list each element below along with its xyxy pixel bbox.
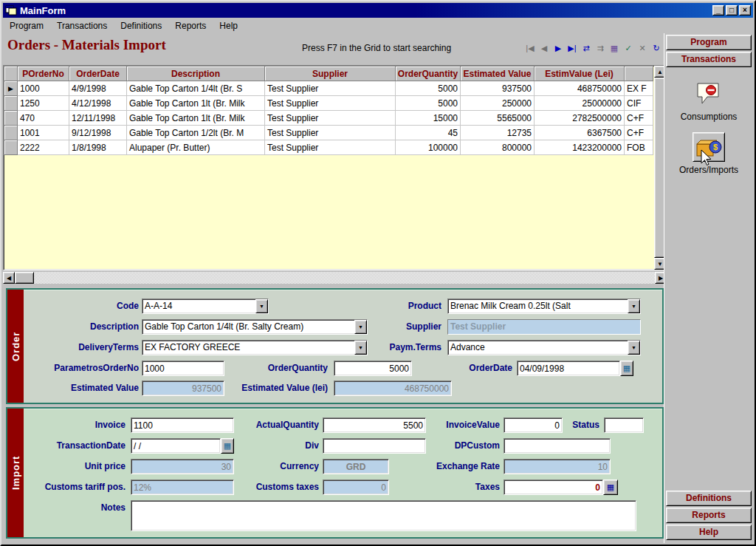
status-field[interactable] bbox=[604, 417, 644, 433]
chevron-down-icon[interactable]: ▼ bbox=[354, 341, 367, 355]
grid-cell[interactable]: EX F bbox=[625, 81, 653, 96]
grid-cell[interactable]: 1250 bbox=[18, 96, 69, 111]
calculator-icon[interactable]: ▦ bbox=[603, 480, 618, 495]
grid-cell[interactable]: Gable Top Carton 1lt (Br. Milk bbox=[127, 96, 265, 111]
minimize-button[interactable]: _ bbox=[712, 5, 724, 16]
actual-quantity-field[interactable] bbox=[323, 417, 426, 433]
scroll-left-icon[interactable]: ◀ bbox=[3, 272, 15, 284]
horizontal-scrollbar[interactable]: ◀ ▶ bbox=[3, 272, 667, 284]
grid-cell[interactable]: 4/9/1998 bbox=[69, 81, 127, 96]
menu-transactions[interactable]: Transactions bbox=[50, 18, 114, 33]
code-combo[interactable]: A-A-14 ▼ bbox=[142, 298, 269, 314]
calendar-icon[interactable]: ▦ bbox=[221, 438, 234, 454]
grid-cell[interactable]: 12735 bbox=[461, 126, 535, 140]
grid-cell[interactable]: C+F bbox=[625, 126, 653, 140]
nav-batch-out-icon[interactable]: ⇄ bbox=[580, 41, 592, 55]
calendar-icon[interactable]: ▦ bbox=[620, 361, 633, 376]
grid-cell[interactable]: 937500 bbox=[461, 81, 535, 96]
paym-terms-combo[interactable]: Advance ▼ bbox=[447, 340, 641, 355]
grid-column-header[interactable]: OrderDate bbox=[69, 66, 127, 81]
grid-column-header[interactable] bbox=[625, 66, 653, 81]
description-combo[interactable]: Gable Top Carton 1/4lt (Br. Salty Cream)… bbox=[142, 319, 368, 335]
grid-cell[interactable]: 15000 bbox=[396, 111, 461, 126]
parametros-order-no-field[interactable] bbox=[142, 361, 224, 376]
grid-column-header[interactable]: OrderQuantity bbox=[396, 66, 461, 81]
nav-cancel-button[interactable]: ✕ bbox=[636, 41, 648, 55]
delivery-terms-combo[interactable]: EX FACTORY GREECE ▼ bbox=[142, 340, 368, 355]
menu-program[interactable]: Program bbox=[3, 18, 50, 33]
sidebar-program-button[interactable]: Program bbox=[666, 35, 752, 50]
grid-cell[interactable]: Gable Top Carton 1/4lt (Br. S bbox=[127, 81, 265, 96]
grid-cell[interactable]: 250000 bbox=[461, 96, 535, 111]
grid-cell[interactable]: Gable Top Carton 1/2lt (Br. M bbox=[127, 126, 265, 140]
grid-row[interactable]: 10019/12/1998Gable Top Carton 1/2lt (Br.… bbox=[4, 126, 653, 140]
grid-cell[interactable]: 1423200000 bbox=[535, 140, 625, 155]
sidebar-tool-orders-imports[interactable]: $ Orders/Imports bbox=[666, 132, 752, 175]
grid-cell[interactable]: Alupaper (Pr. Butter) bbox=[127, 140, 265, 155]
grid-cell[interactable]: 2782500000 bbox=[535, 111, 625, 126]
grid-cell[interactable]: 470 bbox=[18, 111, 69, 126]
transaction-date-field[interactable] bbox=[131, 438, 221, 454]
title-bar[interactable]: MainForm _ □ × bbox=[3, 3, 753, 18]
grid-cell[interactable]: 25000000 bbox=[535, 96, 625, 111]
grid-column-header[interactable]: Description bbox=[127, 66, 265, 81]
nav-accept-button[interactable]: ✓ bbox=[622, 41, 634, 55]
grid-cell[interactable]: 1001 bbox=[18, 126, 69, 140]
invoice-value-field[interactable] bbox=[504, 417, 563, 433]
invoice-field[interactable] bbox=[131, 417, 234, 433]
horizontal-scroll-track[interactable] bbox=[34, 272, 655, 284]
grid-cell[interactable]: 1000 bbox=[18, 81, 69, 96]
grid-cell[interactable]: 5000 bbox=[396, 81, 461, 96]
menu-definitions[interactable]: Definitions bbox=[114, 18, 168, 33]
grid-row[interactable]: ▶10004/9/1998Gable Top Carton 1/4lt (Br.… bbox=[4, 81, 653, 96]
chevron-down-icon[interactable]: ▼ bbox=[628, 299, 640, 313]
nav-prior-button[interactable]: ◀ bbox=[538, 41, 550, 55]
grid-cell[interactable]: 6367500 bbox=[535, 126, 625, 140]
chevron-down-icon[interactable]: ▼ bbox=[255, 299, 268, 313]
grid-cell[interactable]: 2222 bbox=[18, 140, 69, 155]
nav-next-button[interactable]: ▶ bbox=[552, 41, 564, 55]
menu-reports[interactable]: Reports bbox=[168, 18, 213, 33]
order-date-field[interactable] bbox=[517, 361, 620, 376]
sidebar-reports-button[interactable]: Reports bbox=[666, 508, 752, 523]
horizontal-scroll-thumb[interactable] bbox=[15, 272, 34, 284]
grid-row[interactable]: 12504/12/1998Gable Top Carton 1lt (Br. M… bbox=[4, 96, 653, 111]
chevron-down-icon[interactable]: ▼ bbox=[354, 320, 367, 334]
nav-first-button[interactable]: |◀ bbox=[524, 41, 536, 55]
grid-cell[interactable]: 5565000 bbox=[461, 111, 535, 126]
grid-cell[interactable]: Test Supplier bbox=[265, 81, 396, 96]
order-quantity-field[interactable] bbox=[334, 361, 412, 376]
notes-field[interactable] bbox=[131, 500, 636, 531]
grid-column-header[interactable]: POrderNo bbox=[18, 66, 69, 81]
grid-cell[interactable]: C+F bbox=[625, 111, 653, 126]
close-button[interactable]: × bbox=[739, 5, 751, 16]
nav-image-icon[interactable]: ▦ bbox=[608, 41, 620, 55]
chevron-down-icon[interactable]: ▼ bbox=[628, 341, 640, 355]
grid-cell[interactable]: Test Supplier bbox=[265, 96, 396, 111]
div-field[interactable] bbox=[323, 438, 426, 454]
product-combo[interactable]: Brenac Milk Cream 0.25lt (Salt ▼ bbox=[447, 298, 641, 314]
grid-cell[interactable]: 468750000 bbox=[535, 81, 625, 96]
maximize-button[interactable]: □ bbox=[726, 5, 738, 16]
orders-imports-icon[interactable]: $ bbox=[693, 132, 725, 162]
grid-cell[interactable]: Test Supplier bbox=[265, 140, 396, 155]
grid-cell[interactable]: CIF bbox=[625, 96, 653, 111]
grid-cell[interactable]: Gable Top Carton 1lt (Br. Milk bbox=[127, 111, 265, 126]
nav-refresh-button[interactable]: ↻ bbox=[650, 41, 662, 55]
taxes-field[interactable] bbox=[504, 480, 603, 495]
grid-cell[interactable]: 45 bbox=[396, 126, 461, 140]
grid-cell[interactable]: 5000 bbox=[396, 96, 461, 111]
grid-column-header[interactable]: EstimValue (Lei) bbox=[535, 66, 625, 81]
grid-cell[interactable]: Test Supplier bbox=[265, 111, 396, 126]
nav-last-button[interactable]: ▶| bbox=[566, 41, 578, 55]
sidebar-definitions-button[interactable]: Definitions bbox=[666, 491, 752, 506]
sidebar-transactions-button[interactable]: Transactions bbox=[666, 52, 752, 67]
grid-cell[interactable]: 9/12/1998 bbox=[69, 126, 127, 140]
grid-cell[interactable]: 100000 bbox=[396, 140, 461, 155]
grid-cell[interactable]: Test Supplier bbox=[265, 126, 396, 140]
grid-cell[interactable]: 12/11/1998 bbox=[69, 111, 127, 126]
grid-column-header[interactable]: Estimated Value bbox=[461, 66, 535, 81]
grid-row[interactable]: 47012/11/1998Gable Top Carton 1lt (Br. M… bbox=[4, 111, 653, 126]
grid-cell[interactable]: FOB bbox=[625, 140, 653, 155]
grid-cell[interactable]: 800000 bbox=[461, 140, 535, 155]
